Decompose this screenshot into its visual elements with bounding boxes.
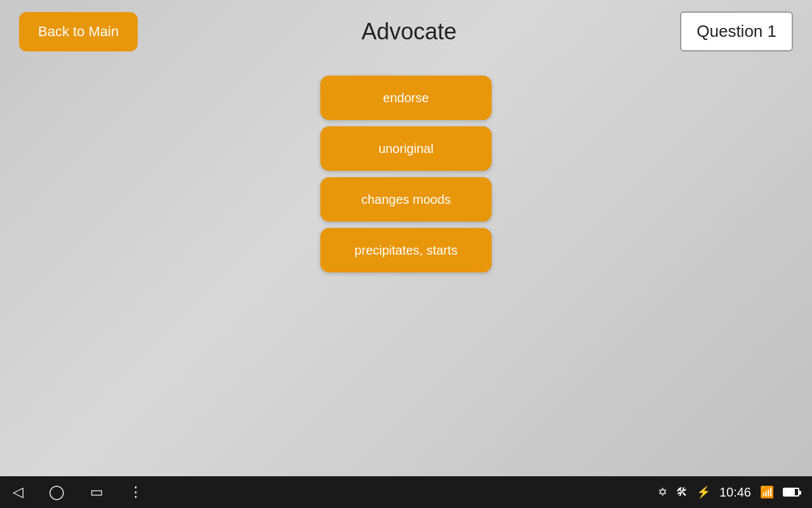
time-display: 10:46 — [719, 485, 751, 500]
more-options-icon[interactable]: ⋮ — [129, 484, 142, 500]
answer-button-1[interactable]: endorse — [320, 76, 492, 120]
back-nav-icon[interactable]: ◁ — [13, 484, 23, 500]
question-badge: Question 1 — [680, 11, 793, 51]
status-bar: ◁ ◯ ▭ ⋮ ✡ 🛠 ⚡ 10:46 📶 — [0, 476, 812, 508]
back-to-main-button[interactable]: Back to Main — [19, 12, 138, 51]
header: Back to Main Advocate Question 1 — [0, 0, 812, 63]
usb-icon: ⚡ — [697, 485, 710, 499]
answers-container: endorse unoriginal changes moods precipi… — [0, 76, 812, 279]
status-right: ✡ 🛠 ⚡ 10:46 📶 — [658, 485, 799, 500]
nav-icons: ◁ ◯ ▭ ⋮ — [13, 484, 142, 500]
answer-button-3[interactable]: changes moods — [320, 177, 492, 222]
expand-icon: ✡ — [658, 485, 667, 499]
page-title: Advocate — [138, 18, 680, 45]
answer-button-4[interactable]: precipitates, starts — [320, 228, 492, 272]
wifi-icon: 📶 — [760, 485, 774, 499]
answer-button-2[interactable]: unoriginal — [320, 126, 492, 171]
battery-icon — [783, 488, 799, 497]
home-nav-icon[interactable]: ◯ — [49, 484, 65, 500]
recents-nav-icon[interactable]: ▭ — [90, 484, 103, 500]
android-icon: 🛠 — [676, 486, 688, 499]
